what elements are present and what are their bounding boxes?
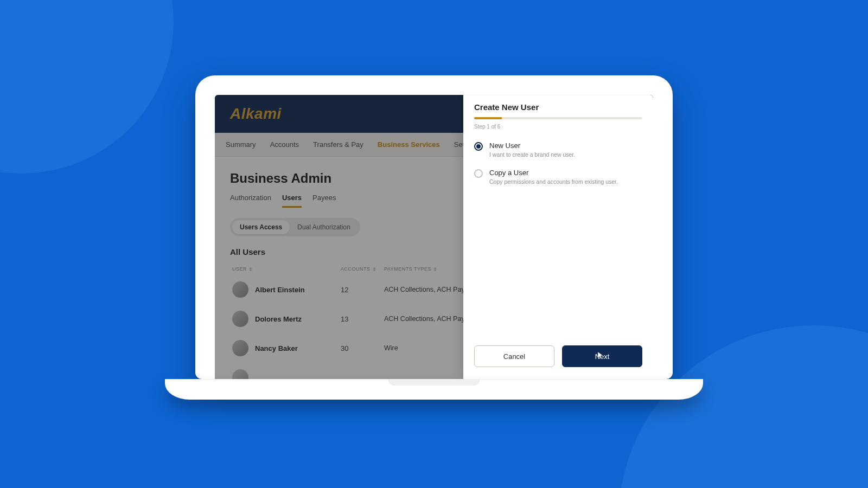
laptop-mockup: Alkami Summary Accounts Transfers & Pay … [195, 75, 673, 400]
option-desc: I want to create a brand new user. [489, 151, 575, 158]
create-user-panel: Create New User Step 1 of 6 New User I w… [463, 95, 653, 379]
bg-shape [0, 0, 174, 174]
laptop-base [165, 379, 703, 400]
option-desc: Copy permissions and accounts from exist… [489, 178, 618, 185]
marketing-backdrop: Alkami Summary Accounts Transfers & Pay … [0, 0, 868, 488]
option-new-user[interactable]: New User I want to create a brand new us… [474, 142, 642, 158]
step-label: Step 1 of 6 [474, 124, 642, 130]
radio-icon [474, 169, 483, 178]
panel-footer: Cancel Next [463, 337, 653, 379]
cancel-button[interactable]: Cancel [474, 345, 554, 367]
panel-title: Create New User [474, 102, 642, 112]
radio-icon [474, 142, 483, 151]
next-button-label: Next [595, 352, 610, 361]
progress-bar [474, 117, 642, 119]
laptop-notch [388, 379, 480, 386]
app-screen: Alkami Summary Accounts Transfers & Pay … [215, 95, 653, 379]
next-button[interactable]: Next [562, 345, 642, 367]
option-copy-user[interactable]: Copy a User Copy permissions and account… [474, 169, 642, 185]
option-title: Copy a User [489, 169, 618, 177]
option-title: New User [489, 142, 575, 150]
progress-fill [474, 117, 502, 119]
